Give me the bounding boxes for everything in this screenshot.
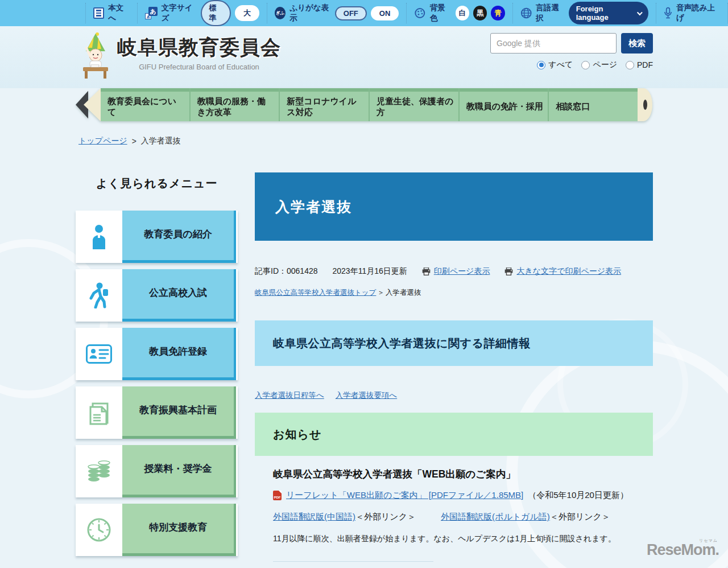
font-size-icon: ぁ あ <box>145 7 158 19</box>
sub-breadcrumb-current: 入学者選抜 <box>386 288 421 298</box>
sidebar-item-label: 特別支援教育 <box>122 504 236 556</box>
furigana-icon: ぎふ <box>275 7 286 19</box>
sidebar-item-education-plan[interactable]: 教育振興基本計画 <box>76 386 238 439</box>
portuguese-translation-link[interactable]: 外国語翻訳版(ポルトガル語) <box>441 512 550 521</box>
chinese-translation-link[interactable]: 外国語翻訳版(中国語) <box>273 512 355 521</box>
sidebar-item-label: 教育振興基本計画 <box>122 386 236 439</box>
nav-item-consultation[interactable]: 相談窓口 <box>548 88 638 121</box>
nav-item-about-board[interactable]: 教育委員会について <box>101 88 189 121</box>
skip-link-label: 本文へ <box>108 3 130 23</box>
skip-to-content-link[interactable]: 本文へ <box>86 3 137 23</box>
print-large-page-link[interactable]: 大きな文字で印刷ページ表示 <box>504 266 621 277</box>
article-id: 記事ID：0061428 <box>255 266 318 277</box>
sidebar-item-label: 教育委員の紹介 <box>122 211 236 263</box>
leaflet-pdf-link[interactable]: リーフレット「WEB出願のご案内」 [PDFファイル／1.85MB] <box>286 490 523 501</box>
site-subtitle: GIFU Prefectural Board of Education <box>117 63 281 71</box>
coins-icon <box>76 445 122 497</box>
guidelines-anchor-link[interactable]: 入学者選抜要項へ <box>336 390 397 401</box>
pdf-link-row: PDF リーフレット「WEB出願のご案内」 [PDFファイル／1.85MB] （… <box>273 490 653 501</box>
font-size-large-button[interactable]: 大 <box>235 5 259 21</box>
bg-black-button[interactable]: 黒 <box>473 6 487 20</box>
sidebar-item-label: 授業料・奨学金 <box>122 445 236 497</box>
furigana-off-button[interactable]: OFF <box>335 6 367 20</box>
sidebar-item-high-school-exam[interactable]: 公立高校入試 <box>76 269 238 322</box>
notice-heading: 岐阜県公立高等学校入学者選抜「WEB出願のご案内」 <box>273 467 653 481</box>
nav-item-covid[interactable]: 新型コロナウイルス対応 <box>279 88 369 121</box>
id-card-icon <box>76 328 122 380</box>
detail-info-banner: 岐阜県公立高等学校入学者選抜に関する詳細情報 <box>255 320 653 366</box>
notice-banner: お知らせ <box>255 413 653 456</box>
radio-icon <box>626 61 634 69</box>
microphone-icon <box>664 7 672 19</box>
search-scope-options: すべて ページ PDF <box>490 60 653 70</box>
section-divider <box>273 561 433 562</box>
external-link-note: ＜外部リンク＞ <box>355 512 416 521</box>
sidebar-item-special-support[interactable]: 特別支援教育 <box>76 504 238 556</box>
search-input[interactable] <box>490 33 617 53</box>
language-controls: 言語選択 Foreign language <box>513 3 656 23</box>
bg-white-button[interactable]: 白 <box>456 6 469 20</box>
search-scope-pdf[interactable]: PDF <box>626 60 653 69</box>
schedule-anchor-link[interactable]: 入学者選抜日程等へ <box>255 390 324 401</box>
breadcrumb-home-link[interactable]: トップページ <box>78 136 127 146</box>
nav-item-students-guardians[interactable]: 児童生徒、保護者の方 <box>369 88 458 121</box>
font-size-standard-button[interactable]: 標準 <box>201 0 231 26</box>
notice-body-text: 11月以降に順次、出願者登録が始まります。なお、ヘルプデスクは1月上旬頃に開設さ… <box>273 534 653 544</box>
article-meta: 記事ID：0061428 2023年11月16日更新 印刷ページ表示 <box>255 266 653 277</box>
site-logo[interactable]: 岐阜県教育委員会 GIFU Prefectural Board of Educa… <box>78 31 281 80</box>
accessibility-toolbar: 本文へ ぁ あ 文字サイズ 標準 大 ぎふ ふりがな表示 OFF ON <box>0 0 728 26</box>
font-size-label: 文字サイズ <box>162 3 197 23</box>
page-title: 入学者選抜 <box>275 197 352 216</box>
search-scope-all[interactable]: すべて <box>537 60 573 70</box>
divider <box>267 3 267 23</box>
radio-icon <box>581 61 590 69</box>
font-size-controls: ぁ あ 文字サイズ 標準 大 <box>138 3 267 23</box>
nav-item-license-recruit[interactable]: 教職員の免許・採用 <box>458 88 548 121</box>
site-search: 検索 すべて ページ PDF <box>490 33 653 70</box>
sidebar-item-label: 公立高校入試 <box>122 269 236 322</box>
furigana-on-button[interactable]: ON <box>371 6 399 20</box>
tts-label: 音声読み上げ <box>676 3 720 23</box>
sidebar-item-label: 教員免許登録 <box>122 328 236 380</box>
site-title: 岐阜県教育委員会 <box>117 34 281 61</box>
sub-breadcrumb-separator: ＞ <box>377 288 384 298</box>
sub-breadcrumb: 岐阜県公立高等学校入学者選抜トップ ＞ 入学者選抜 <box>255 288 653 298</box>
radio-checked-icon <box>537 61 545 69</box>
pdf-updated-date: （令和5年10月20日更新） <box>528 490 628 501</box>
divider <box>137 3 138 23</box>
printer-icon <box>422 267 431 275</box>
mascot-icon <box>78 31 113 80</box>
sidebar-popular-menu: よく見られるメニュー 教育委員の紹介 <box>76 172 238 562</box>
sidebar-item-tuition-scholarship[interactable]: 授業料・奨学金 <box>76 445 238 497</box>
selection-top-link[interactable]: 岐阜県公立高等学校入学者選抜トップ <box>255 288 376 298</box>
divider <box>85 3 86 23</box>
article-updated: 2023年11月16日更新 <box>333 266 407 277</box>
divider <box>406 3 407 23</box>
foreign-language-dropdown[interactable]: Foreign language <box>569 2 648 24</box>
sidebar-item-teacher-license[interactable]: 教員免許登録 <box>76 328 238 380</box>
chevron-down-icon <box>637 10 643 15</box>
bg-blue-button[interactable]: 青 <box>491 6 504 20</box>
text-to-speech-button[interactable]: 音声読み上げ <box>656 3 727 23</box>
globe-icon <box>520 7 532 19</box>
walking-person-icon <box>76 269 122 322</box>
breadcrumb-separator: > <box>132 137 136 146</box>
documents-icon <box>76 386 122 439</box>
search-button[interactable]: 検索 <box>621 33 653 53</box>
print-page-link[interactable]: 印刷ページ表示 <box>422 266 490 277</box>
pencil-eraser-decoration <box>638 88 652 121</box>
furigana-label: ふりがな表示 <box>289 3 330 23</box>
site-header: 岐阜県教育委員会 GIFU Prefectural Board of Educa… <box>0 26 728 88</box>
divider <box>512 3 513 23</box>
document-icon <box>93 7 104 19</box>
person-icon <box>76 211 122 263</box>
pdf-file-icon: PDF <box>273 491 282 500</box>
search-scope-page[interactable]: ページ <box>581 60 617 70</box>
translation-links-row: 外国語翻訳版(中国語)＜外部リンク＞ 外国語翻訳版(ポルトガル語)＜外部リンク＞ <box>273 512 653 522</box>
nav-item-staff-workstyle[interactable]: 教職員の服務・働き方改革 <box>189 88 279 121</box>
sidebar-item-board-members[interactable]: 教育委員の紹介 <box>76 211 238 263</box>
bg-color-label: 背景色 <box>430 3 452 23</box>
breadcrumb: トップページ > 入学者選抜 <box>78 136 728 146</box>
main-content: 入学者選抜 記事ID：0061428 2023年11月16日更新 印刷ページ表示 <box>255 172 653 562</box>
background-color-controls: 背景色 白 黒 青 <box>407 3 512 23</box>
